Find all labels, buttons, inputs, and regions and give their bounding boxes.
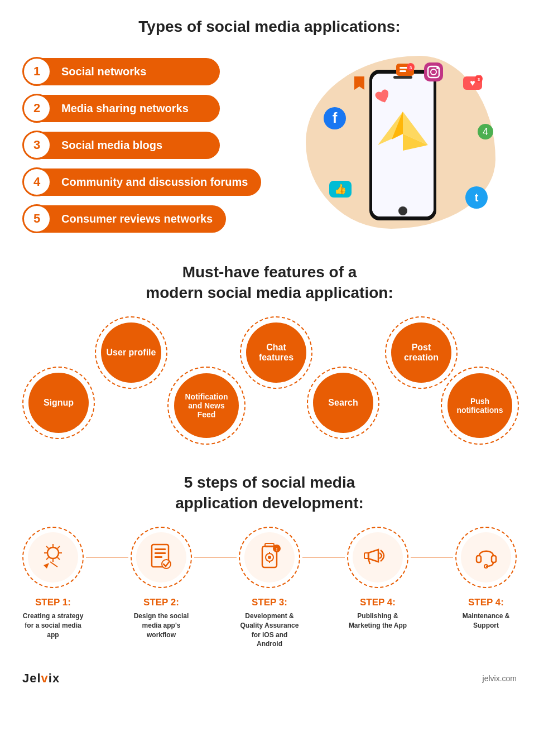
type-label: Media sharing networks [41, 95, 220, 122]
features-section: Must-have features of a modern social me… [22, 262, 517, 450]
phone-illustration: 3 ♥ 3 [289, 50, 517, 240]
svg-text:f: f [333, 109, 338, 126]
step1-circle [22, 527, 84, 588]
type-number: 4 [22, 167, 51, 196]
type-item-2: 2 Media sharing networks [22, 94, 270, 123]
step-label-2: STEP 2: Design the social media app's wo… [131, 597, 192, 649]
connector-3-4 [302, 557, 345, 558]
float-notification-icon: 3 [395, 62, 415, 85]
step-label-5: STEP 4: Maintenance & Support [455, 597, 517, 649]
user-profile-bubble-wrapper: User profile [95, 316, 167, 389]
svg-line-35 [57, 546, 60, 548]
search-bubble-wrapper: Search [307, 367, 379, 439]
float-like-icon: ♥ 3 [462, 75, 483, 99]
svg-rect-9 [424, 62, 443, 81]
notification-bubble-wrapper: Notification and News Feed [167, 367, 246, 445]
type-number: 3 [22, 131, 51, 160]
website-link: jelvix.com [483, 674, 517, 683]
svg-text:4: 4 [483, 126, 488, 137]
search-bubble: Search [313, 373, 373, 433]
svg-rect-44 [265, 543, 274, 547]
step-label-4: STEP 4: Publishing & Marketing the App [347, 597, 408, 649]
svg-point-29 [47, 547, 59, 558]
brand-logo: Jelvix [22, 671, 60, 686]
svg-text:t: t [475, 191, 479, 204]
step1-svg [38, 542, 69, 572]
steps-section: 5 steps of social media application deve… [22, 473, 517, 649]
step4-icon [353, 532, 403, 582]
float-instagram-icon [423, 61, 444, 85]
svg-text:3: 3 [410, 65, 412, 70]
type-label: Social networks [41, 58, 220, 85]
notification-bubble: Notification and News Feed [174, 373, 239, 438]
chat-features-bubble: Chatfeatures [246, 322, 306, 383]
signup-bubble-wrapper: Signup [22, 367, 95, 439]
svg-line-37 [57, 557, 60, 560]
section3-title: 5 steps of social media application deve… [22, 473, 517, 513]
svg-line-34 [46, 546, 49, 548]
step-heading-3: STEP 3: [239, 597, 300, 608]
float-map-icon: 4 [477, 123, 494, 143]
push-dashed-ring: Push notifications [441, 367, 519, 445]
type-label: Community and discussion forums [41, 168, 261, 196]
steps-labels-row: STEP 1: Creating a strategy for a social… [22, 597, 517, 649]
user-profile-dashed-ring: User profile [95, 316, 167, 389]
float-twitter-icon: t [464, 185, 489, 212]
search-dashed-ring: Search [307, 367, 379, 439]
svg-text:♥: ♥ [470, 78, 475, 88]
brand-logo-accent: v [41, 671, 49, 685]
step3-circle: ! [239, 527, 300, 588]
svg-line-36 [46, 557, 49, 560]
float-bookmark-icon [353, 75, 365, 93]
type-number: 1 [22, 57, 51, 86]
svg-text:!: ! [276, 547, 278, 552]
step3-icon: ! [244, 532, 295, 582]
step-desc-5: Maintenance & Support [455, 611, 517, 630]
step4-svg [363, 542, 393, 572]
step-label-3: STEP 3: Development & Quality Assurance … [239, 597, 300, 649]
type-number: 2 [22, 94, 51, 123]
svg-rect-2 [400, 70, 406, 72]
step-desc-2: Design the social media app's workflow [131, 611, 192, 639]
footer: Jelvix jelvix.com [22, 666, 517, 686]
float-like-thumb-icon: 👍 [328, 180, 353, 206]
svg-text:👍: 👍 [334, 183, 347, 195]
step-desc-4: Publishing & Marketing the App [347, 611, 408, 630]
step-desc-3: Development & Quality Assurance for iOS … [239, 611, 300, 649]
float-facebook-icon: f [323, 106, 347, 133]
svg-rect-39 [155, 548, 166, 550]
svg-rect-54 [492, 556, 496, 562]
page: Types of social media applications: 1 So… [0, 0, 539, 702]
svg-point-12 [436, 67, 439, 69]
signup-bubble: Signup [28, 373, 89, 433]
steps-circles-row: ! [22, 527, 517, 588]
connector-2-3 [194, 557, 237, 558]
step2-circle [131, 527, 192, 588]
type-item-5: 5 Consumer reviews networks [22, 204, 270, 233]
step-heading-2: STEP 2: [131, 597, 192, 608]
type-item-1: 1 Social networks [22, 57, 270, 86]
svg-point-46 [268, 556, 271, 559]
step2-svg [147, 542, 175, 572]
svg-rect-53 [477, 556, 481, 562]
types-section: 1 Social networks 2 Media sharing networ… [22, 50, 517, 240]
step5-icon [461, 532, 511, 582]
notification-dashed-ring: Notification and News Feed [167, 367, 246, 445]
svg-point-27 [398, 206, 407, 215]
step2-icon [136, 532, 186, 582]
type-label: Consumer reviews networks [41, 205, 226, 233]
push-bubble: Push notifications [447, 373, 512, 438]
step-heading-1: STEP 1: [22, 597, 84, 608]
svg-rect-41 [155, 556, 162, 558]
svg-text:3: 3 [478, 77, 480, 82]
step-heading-4: STEP 4: [347, 597, 408, 608]
step1-icon [28, 532, 78, 582]
bubbles-container: User profile Chatfeatures Postcreation S… [22, 316, 517, 450]
step-desc-1: Creating a strategy for a social media a… [22, 611, 84, 639]
chat-features-dashed-ring: Chatfeatures [240, 316, 312, 389]
step5-circle [455, 527, 517, 588]
type-number: 5 [22, 204, 51, 233]
connector-4-5 [411, 557, 453, 558]
phone-svg [361, 67, 445, 223]
step-heading-5: STEP 4: [455, 597, 517, 608]
